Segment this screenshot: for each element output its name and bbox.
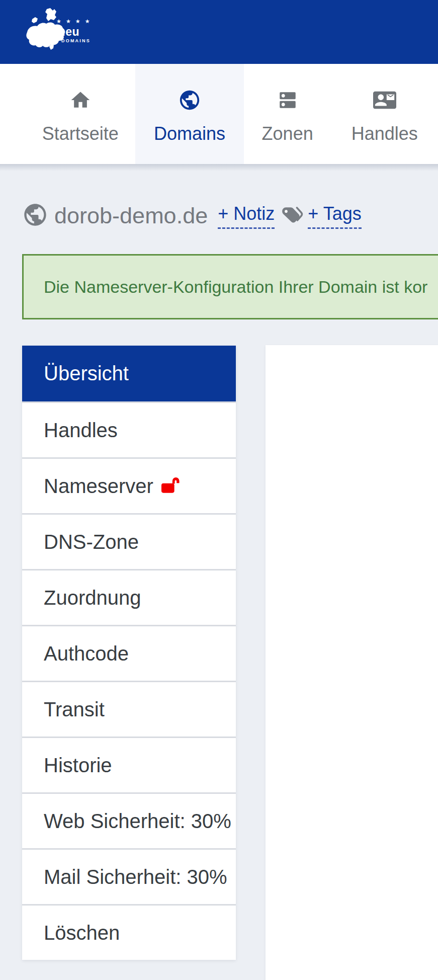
tags-icon	[281, 206, 304, 227]
add-tags-link[interactable]: + Tags	[308, 203, 361, 229]
alert-message: Die Nameserver-Konfiguration Ihrer Domai…	[44, 277, 427, 297]
sidebar-item-label: Transit	[44, 698, 105, 721]
sidebar-item-dns-zone[interactable]: DNS-Zone	[22, 513, 236, 569]
tab-zonen[interactable]: Zonen	[244, 64, 331, 164]
globe-icon	[178, 88, 201, 112]
tab-label: Zonen	[262, 123, 313, 144]
sidebar-item-label: Löschen	[44, 922, 120, 944]
tab-domains[interactable]: Domains	[135, 64, 243, 164]
tab-handles[interactable]: Handles	[331, 64, 438, 164]
sidebar-item-transit[interactable]: Transit	[22, 681, 236, 737]
sidebar-item-übersicht[interactable]: Übersicht	[22, 346, 236, 401]
sidebar-item-zuordnung[interactable]: Zuordnung	[22, 569, 236, 625]
sidebar-item-label: Übersicht	[44, 362, 129, 385]
sidebar-item-label: Zuordnung	[44, 587, 141, 609]
content-panel	[266, 345, 438, 980]
sidebar-item-label: Historie	[44, 754, 112, 777]
sidebar-item-löschen[interactable]: Löschen	[22, 904, 236, 960]
sidebar-item-handles[interactable]: Handles	[22, 401, 236, 457]
sidebar-item-label: Nameserver	[44, 475, 153, 498]
sidebar-item-label: Web Sicherheit: 30%	[44, 810, 231, 833]
sidebar-item-nameserver[interactable]: Nameserver	[22, 457, 236, 513]
domain-header: dorob-demo.de + Notiz + Tags	[22, 200, 438, 231]
brand-logo[interactable]: ★ ★ ★ ★ reg.eu DOMAINS	[23, 5, 89, 58]
main-nav: Startseite Domains Zonen Handles	[0, 64, 438, 164]
dns-icon	[277, 88, 298, 112]
page-title: dorob-demo.de	[54, 203, 208, 229]
sidebar-item-label: Handles	[44, 419, 118, 442]
sidebar-item-authcode[interactable]: Authcode	[22, 625, 236, 681]
sidebar-item-historie[interactable]: Historie	[22, 737, 236, 792]
logo-subtitle: DOMAINS	[61, 38, 91, 43]
home-icon	[69, 88, 92, 112]
sidebar-item-mail-sicherheit-30[interactable]: Mail Sicherheit: 30%	[22, 848, 236, 904]
sidebar-item-label: Mail Sicherheit: 30%	[44, 866, 227, 888]
contact-card-icon	[372, 88, 397, 112]
tab-startseite[interactable]: Startseite	[25, 64, 135, 164]
add-note-link[interactable]: + Notiz	[218, 203, 275, 229]
unlock-icon	[161, 475, 181, 499]
logo-text: reg.eu	[43, 25, 79, 39]
tab-label: Startseite	[42, 123, 119, 144]
sidebar-item-label: DNS-Zone	[44, 531, 139, 553]
sidebar-item-label: Authcode	[44, 642, 129, 665]
domain-section-menu: ÜbersichtHandlesNameserver DNS-ZoneZuord…	[22, 346, 236, 960]
tab-label: Handles	[352, 123, 418, 144]
nav-bottom-shadow	[0, 164, 438, 171]
logo-stars: ★ ★ ★ ★	[56, 18, 89, 25]
tab-label: Domains	[154, 123, 225, 144]
sidebar-item-web-sicherheit-30[interactable]: Web Sicherheit: 30%	[22, 792, 236, 848]
nameserver-status-alert: Die Nameserver-Konfiguration Ihrer Domai…	[22, 254, 438, 319]
top-bar: ★ ★ ★ ★ reg.eu DOMAINS	[0, 0, 438, 64]
domain-globe-icon	[22, 202, 48, 230]
